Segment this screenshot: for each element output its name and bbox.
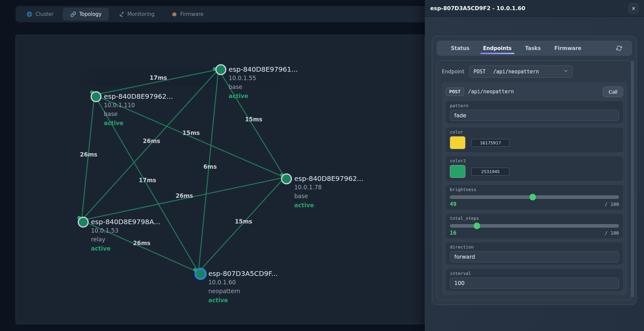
nav-item-label: Cluster xyxy=(36,11,53,17)
field-brightness: brightness 49 / 100 xyxy=(446,185,623,210)
slider-thumb[interactable] xyxy=(529,194,536,200)
field-label: brightness xyxy=(450,187,619,192)
field-label: pattern xyxy=(450,103,619,109)
tab-tasks[interactable]: Tasks xyxy=(525,41,541,56)
node-ip: 10.0.1.53 xyxy=(91,226,160,235)
interval-input[interactable]: 100 xyxy=(450,278,619,289)
node-role: base xyxy=(294,192,363,200)
node-name: esp-840D8E9798A... xyxy=(91,218,160,226)
edge-latency-label: 15ms xyxy=(235,218,252,225)
close-icon[interactable]: × xyxy=(628,3,639,14)
node-ip: 10.0.1.60 xyxy=(208,278,278,287)
nav-item-firmware[interactable]: Firmware xyxy=(164,8,211,21)
link-icon xyxy=(70,11,76,17)
field-label: direction xyxy=(450,244,619,250)
nav-item-cluster[interactable]: Cluster xyxy=(19,8,61,21)
edge-latency-label: 17ms xyxy=(150,74,167,81)
edge-line xyxy=(199,69,218,272)
field-color: color 16175917 xyxy=(446,127,623,152)
brightness-value: 49 xyxy=(450,201,456,207)
node-ip: 10.0.1.55 xyxy=(229,74,298,82)
nav-item-label: Monitoring xyxy=(127,11,154,17)
endpoint-card: POST /api/neopattern Call pattern fade c… xyxy=(442,82,627,295)
node-ip: 10.0.1.78 xyxy=(294,183,363,192)
endpoint-section: Endpoint POST /api/neopattern POST /api/… xyxy=(437,60,632,300)
endpoint-select-method: POST xyxy=(474,69,486,75)
device-node[interactable] xyxy=(196,269,206,279)
color2-value-input[interactable]: 2531945 xyxy=(472,168,509,175)
endpoint-selector-row: Endpoint POST /api/neopattern xyxy=(442,65,627,78)
total-steps-max: / 100 xyxy=(605,230,619,236)
color-value-input[interactable]: 16175917 xyxy=(472,139,509,147)
tab-endpoints[interactable]: Endpoints xyxy=(483,41,512,56)
tab-status[interactable]: Status xyxy=(451,41,469,56)
app: Cluster Topology Monitoring xyxy=(0,0,644,331)
package-icon xyxy=(171,11,177,17)
field-pattern: pattern fade xyxy=(446,101,623,123)
field-label: total_steps xyxy=(450,215,619,221)
call-button[interactable]: Call xyxy=(603,87,623,97)
node-label: esp-840D8E97962...10.0.1.110baseactive xyxy=(104,92,173,128)
drawer-header: esp-807D3A5CD9F2 - 10.0.1.60 × xyxy=(425,0,644,17)
node-role: relay xyxy=(91,235,160,244)
node-status: active xyxy=(208,295,278,305)
total-steps-value: 16 xyxy=(450,230,456,236)
pattern-input[interactable]: fade xyxy=(450,110,619,121)
endpoint-select-path: /api/neopattern xyxy=(493,69,539,75)
chevron-down-icon xyxy=(564,69,568,75)
field-label: color xyxy=(450,129,619,135)
field-total-steps: total_steps 16 / 100 xyxy=(446,214,623,238)
endpoint-select[interactable]: POST /api/neopattern xyxy=(469,65,573,78)
node-name: esp-840D8E97961... xyxy=(229,65,298,74)
nav-item-topology[interactable]: Topology xyxy=(63,8,109,21)
edge-latency-label: 17ms xyxy=(139,177,156,184)
node-status: active xyxy=(104,118,173,128)
edge-latency-label: 26ms xyxy=(80,151,97,158)
nav-item-label: Firmware xyxy=(180,11,204,17)
device-node[interactable] xyxy=(78,217,88,227)
topology-canvas: 17ms15ms26ms6ms15ms26ms17ms26ms15ms26mse… xyxy=(16,35,425,324)
node-label: esp-840D8E97961...10.0.1.55baseactive xyxy=(229,65,298,101)
edge-line xyxy=(94,69,218,95)
endpoint-header-row: POST /api/neopattern Call xyxy=(446,86,623,97)
node-status: active xyxy=(294,200,363,210)
refresh-icon[interactable] xyxy=(616,45,622,51)
edge-latency-label: 15ms xyxy=(245,116,262,123)
method-badge: POST xyxy=(446,88,464,96)
node-ip: 10.0.1.110 xyxy=(104,101,173,110)
edge-latency-label: 6ms xyxy=(203,163,217,170)
slider-thumb[interactable] xyxy=(474,222,480,229)
node-name: esp-840D8E97962... xyxy=(294,174,363,183)
edge-latency-label: 26ms xyxy=(143,138,160,144)
field-direction: direction forward xyxy=(446,242,623,265)
nav-item-monitoring[interactable]: Monitoring xyxy=(111,8,162,21)
tab-firmware[interactable]: Firmware xyxy=(554,41,581,56)
node-label: esp-840D8E97962...10.0.1.78baseactive xyxy=(294,174,363,210)
drawer-title: esp-807D3A5CD9F2 - 10.0.1.60 xyxy=(430,5,525,11)
field-label: color2 xyxy=(450,158,619,164)
satellite-icon xyxy=(118,11,124,17)
direction-input[interactable]: forward xyxy=(450,251,619,262)
drawer-scrollbar[interactable] xyxy=(631,61,634,297)
color-swatch[interactable] xyxy=(450,136,465,149)
device-drawer: esp-807D3A5CD9F2 - 10.0.1.60 × Status En… xyxy=(425,0,644,331)
total-steps-slider[interactable] xyxy=(450,222,619,229)
node-role: neopattern xyxy=(208,287,278,295)
brightness-slider[interactable] xyxy=(450,194,619,200)
node-status: active xyxy=(229,91,298,101)
node-label: esp-840D8E9798A...10.0.1.53relayactive xyxy=(91,218,160,253)
field-color2: color2 2531945 xyxy=(446,156,623,181)
device-node[interactable] xyxy=(216,65,226,75)
color2-swatch[interactable] xyxy=(450,165,465,178)
endpoint-label: Endpoint xyxy=(442,69,464,75)
device-node[interactable] xyxy=(91,92,101,102)
field-interval: interval 100 xyxy=(446,269,623,291)
drawer-tabbar: Status Endpoints Tasks Firmware xyxy=(437,41,632,56)
node-status: active xyxy=(91,244,160,253)
device-node[interactable] xyxy=(282,174,292,184)
nav-item-label: Topology xyxy=(79,11,101,17)
node-role: base xyxy=(229,82,298,91)
field-label: interval xyxy=(450,270,619,276)
edge-latency-label: 26ms xyxy=(176,192,193,199)
node-role: base xyxy=(104,110,173,118)
